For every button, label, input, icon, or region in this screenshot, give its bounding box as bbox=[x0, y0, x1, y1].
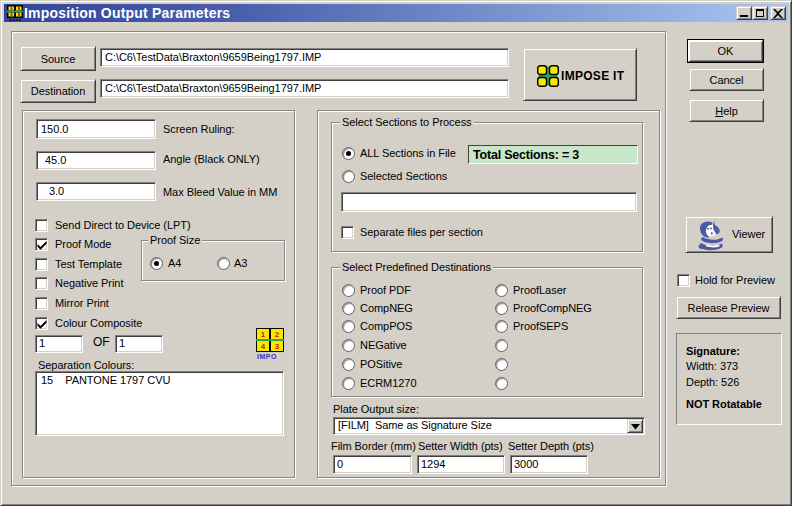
svg-text:2: 2 bbox=[275, 330, 280, 339]
svg-text:1: 1 bbox=[261, 330, 266, 339]
svg-text:3: 3 bbox=[275, 342, 280, 351]
svg-text:4: 4 bbox=[261, 342, 266, 351]
